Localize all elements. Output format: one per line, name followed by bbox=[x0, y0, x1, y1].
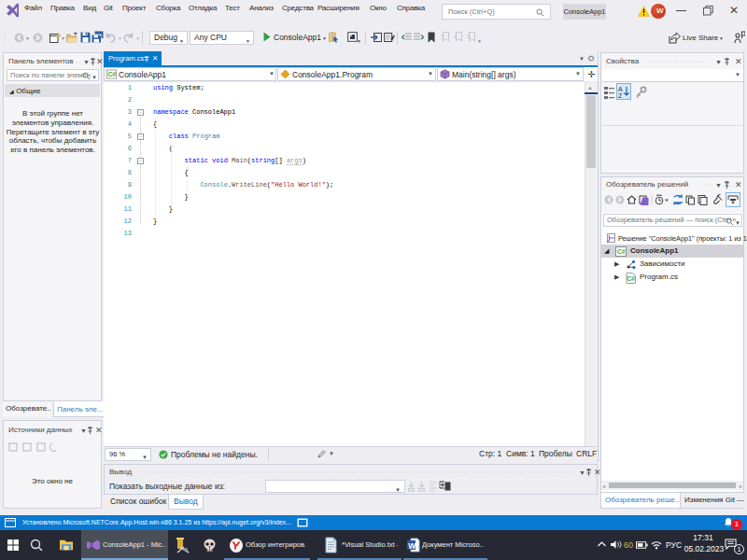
svg-text:A: A bbox=[618, 86, 623, 92]
svg-text:C#: C# bbox=[627, 275, 635, 282]
svg-text:C#: C# bbox=[617, 248, 626, 255]
svg-text:C#: C# bbox=[107, 71, 116, 77]
svg-text:W: W bbox=[408, 541, 416, 551]
svg-text:Z: Z bbox=[618, 92, 623, 99]
